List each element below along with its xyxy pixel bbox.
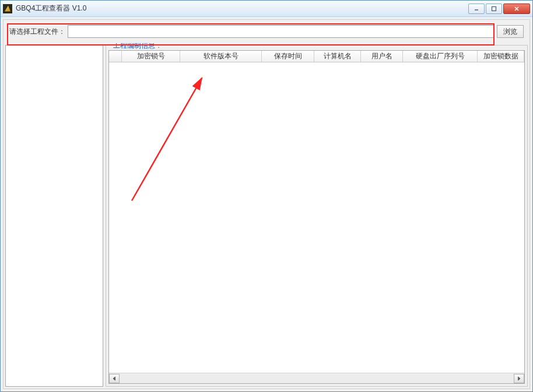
- file-path-input[interactable]: [68, 25, 495, 38]
- minimize-button[interactable]: [468, 4, 485, 14]
- grid-horizontal-scrollbar[interactable]: [109, 373, 524, 383]
- scroll-right-button[interactable]: [514, 374, 524, 383]
- grid-row-number-header[interactable]: [109, 51, 122, 62]
- scroll-left-button[interactable]: [109, 374, 120, 383]
- client-area: 请选择工程文件： 浏览 工程编制信息： 加密锁号 软件版本号 保存: [1, 17, 532, 391]
- file-select-row: 请选择工程文件： 浏览: [3, 20, 530, 43]
- browse-button[interactable]: 浏览: [497, 25, 524, 38]
- close-button[interactable]: [503, 4, 530, 14]
- grid-col-user[interactable]: 用户名: [361, 51, 403, 62]
- grid-col-lock-id[interactable]: 加密锁号: [122, 51, 180, 62]
- file-select-label: 请选择工程文件：: [9, 27, 65, 37]
- right-pane: 工程编制信息： 加密锁号 软件版本号 保存时间 计算机名 用户名 硬盘出厂序列号…: [106, 45, 528, 387]
- titlebar[interactable]: GBQ4工程查看器 V1.0: [1, 1, 532, 17]
- grid-header-row: 加密锁号 软件版本号 保存时间 计算机名 用户名 硬盘出厂序列号 加密锁数据: [109, 51, 524, 62]
- grid-col-version[interactable]: 软件版本号: [180, 51, 262, 62]
- scroll-track[interactable]: [120, 374, 514, 383]
- svg-rect-1: [492, 6, 496, 10]
- window-controls: [468, 4, 530, 14]
- grid-col-disk-serial[interactable]: 硬盘出厂序列号: [403, 51, 478, 62]
- data-grid[interactable]: 加密锁号 软件版本号 保存时间 计算机名 用户名 硬盘出厂序列号 加密锁数据: [108, 50, 525, 384]
- main-split: 工程编制信息： 加密锁号 软件版本号 保存时间 计算机名 用户名 硬盘出厂序列号…: [3, 43, 530, 388]
- grid-col-computer[interactable]: 计算机名: [314, 51, 361, 62]
- maximize-button[interactable]: [486, 4, 502, 14]
- info-fieldset: 工程编制信息： 加密锁号 软件版本号 保存时间 计算机名 用户名 硬盘出厂序列号…: [106, 45, 528, 387]
- grid-col-lock-data[interactable]: 加密锁数据: [478, 51, 524, 62]
- grid-body[interactable]: [109, 62, 524, 373]
- app-icon: [3, 4, 12, 13]
- grid-col-save-time[interactable]: 保存时间: [262, 51, 314, 62]
- svg-marker-5: [518, 377, 521, 380]
- window-title: GBQ4工程查看器 V1.0: [16, 4, 468, 13]
- left-tree-pane[interactable]: [5, 45, 103, 387]
- application-window: GBQ4工程查看器 V1.0 请选择工程文件： 浏览: [0, 0, 533, 392]
- svg-marker-4: [113, 377, 115, 380]
